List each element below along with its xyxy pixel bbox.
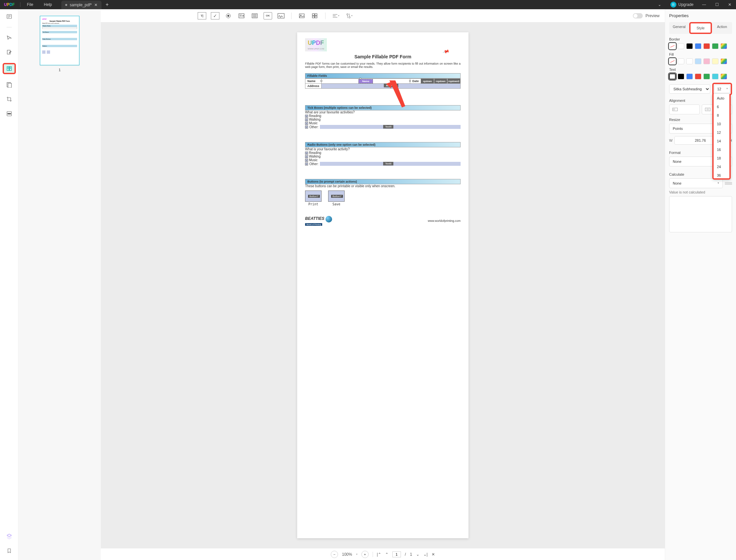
swatch-multi[interactable] xyxy=(721,74,727,79)
address-field-label[interactable]: Address xyxy=(384,84,398,87)
text6-field[interactable]: Text6 xyxy=(383,162,393,165)
next-page-button[interactable]: ⌄ xyxy=(416,552,419,557)
size-option[interactable]: 16 xyxy=(714,145,729,154)
font-select[interactable]: Sitka Subheading Semibold xyxy=(669,84,710,94)
size-option[interactable]: 14 xyxy=(714,137,729,145)
upgrade-button[interactable]: R Upgrade xyxy=(666,2,697,8)
zoom-value[interactable]: 100% xyxy=(342,552,352,557)
preview-toggle[interactable] xyxy=(633,13,643,18)
size-option[interactable]: 6 xyxy=(714,103,729,111)
align-left-button[interactable] xyxy=(669,104,700,114)
checkbox-tool-icon[interactable]: ✓ xyxy=(211,12,220,19)
swatch-lyellow[interactable] xyxy=(712,58,719,64)
image-tool-icon[interactable] xyxy=(298,12,306,19)
size-option[interactable]: 36 xyxy=(714,171,729,180)
swatch-red[interactable] xyxy=(703,43,710,49)
redact-tool-icon[interactable] xyxy=(5,110,13,118)
swatch-green[interactable] xyxy=(712,43,719,49)
swatch-lblue[interactable] xyxy=(695,58,701,64)
calculate-select[interactable]: None xyxy=(669,178,723,188)
organize-tool-icon[interactable] xyxy=(5,81,13,89)
edit-tool-icon[interactable] xyxy=(5,48,13,56)
bookmark-icon[interactable] xyxy=(5,547,13,555)
swatch-white2[interactable] xyxy=(686,58,693,64)
radio[interactable]: x xyxy=(305,152,308,155)
canvas-viewport[interactable]: UPDF WWW.UPDF.COM 📌 Sample Fillable PDF … xyxy=(101,22,665,548)
checkbox[interactable]: x xyxy=(305,126,308,129)
swatch-white[interactable] xyxy=(678,43,684,49)
text5-field[interactable]: Text5 xyxy=(383,125,393,129)
swatch-multi[interactable] xyxy=(721,43,727,49)
size-option[interactable]: Auto xyxy=(714,94,729,103)
first-page-button[interactable]: |⌃ xyxy=(377,552,381,557)
layers-icon[interactable] xyxy=(5,532,13,540)
listbox-tool-icon[interactable] xyxy=(250,12,259,19)
close-window-button[interactable]: ✕ xyxy=(723,0,736,9)
size-option[interactable]: 10 xyxy=(714,120,729,128)
align-tool-icon[interactable]: ▾ xyxy=(332,12,340,19)
size-option[interactable]: 18 xyxy=(714,154,729,162)
swatch-black[interactable] xyxy=(678,74,684,79)
size-option[interactable]: 12 xyxy=(714,128,729,137)
swatch-cyan[interactable] xyxy=(712,74,719,79)
settings-icon[interactable] xyxy=(725,180,732,186)
dropdown-field[interactable]: ropdown xyxy=(434,79,447,83)
calc-textarea[interactable] xyxy=(669,196,732,232)
form-tool-icon[interactable] xyxy=(3,63,16,74)
close-icon[interactable]: ✕ xyxy=(94,3,98,7)
checkbox[interactable]: x xyxy=(305,118,308,121)
tab-action[interactable]: Action xyxy=(712,22,732,34)
button-tool-icon[interactable]: OK xyxy=(264,12,272,19)
size-option[interactable]: 8 xyxy=(714,111,729,120)
dropdown-tool-icon[interactable] xyxy=(237,12,246,19)
document-tab[interactable]: sample_pdf* ✕ xyxy=(61,1,102,9)
tab-style[interactable]: Style xyxy=(689,22,712,34)
menu-file[interactable]: File xyxy=(22,2,39,7)
swatch-black[interactable] xyxy=(686,43,693,49)
add-tab-button[interactable]: + xyxy=(105,2,108,8)
name-field[interactable]: Name xyxy=(359,79,373,83)
swatch-blue[interactable] xyxy=(695,43,701,49)
swatch-green[interactable] xyxy=(703,74,710,79)
zoom-in-button[interactable]: + xyxy=(362,551,368,558)
signature-tool-icon[interactable] xyxy=(277,12,285,19)
radio[interactable]: x xyxy=(305,159,308,162)
swatch-multi[interactable] xyxy=(721,58,727,64)
dropdown-field[interactable]: opdown xyxy=(421,79,434,83)
checkbox[interactable]: x xyxy=(305,122,308,125)
text-field-tool-icon[interactable]: T| xyxy=(198,12,206,19)
swatch-none[interactable] xyxy=(669,58,676,64)
swatch-white[interactable] xyxy=(678,58,684,64)
zoom-out-button[interactable]: − xyxy=(331,551,338,558)
checkbox[interactable]: x xyxy=(305,115,308,118)
chevron-down-icon[interactable]: ⌄ xyxy=(653,2,666,7)
swatch-red[interactable] xyxy=(695,74,701,79)
crop-tool-icon[interactable] xyxy=(5,95,13,103)
swatch-lpink[interactable] xyxy=(703,58,710,64)
tools-tool-icon[interactable]: ▾ xyxy=(345,12,353,19)
swatch-black-outline[interactable] xyxy=(669,74,676,79)
dropdown-field[interactable]: ropdown3 xyxy=(447,79,460,83)
prev-page-button[interactable]: ⌃ xyxy=(385,552,388,557)
reader-tool-icon[interactable] xyxy=(5,13,13,20)
chevron-down-icon[interactable]: ▾ xyxy=(356,553,358,556)
maximize-button[interactable]: ☐ xyxy=(711,0,723,9)
button-field[interactable]: Button7 xyxy=(305,191,322,202)
minimize-button[interactable]: — xyxy=(697,0,711,9)
last-page-button[interactable]: ⌄| xyxy=(423,552,427,557)
radio[interactable]: x xyxy=(305,162,308,165)
pdf-page[interactable]: UPDF WWW.UPDF.COM 📌 Sample Fillable PDF … xyxy=(297,32,468,538)
page-thumbnail[interactable]: UPDF Sample Fillable PDF Form Fillable P… xyxy=(40,16,79,65)
date-tool-icon[interactable] xyxy=(311,12,319,19)
radio[interactable]: x xyxy=(305,155,308,158)
swatch-none[interactable] xyxy=(669,43,676,49)
size-option[interactable]: 24 xyxy=(714,162,729,171)
comment-tool-icon[interactable] xyxy=(5,34,13,42)
menu-help[interactable]: Help xyxy=(39,2,57,7)
button-field[interactable]: Button7 xyxy=(328,191,345,202)
swatch-blue[interactable] xyxy=(686,74,693,79)
close-nav-button[interactable]: ✕ xyxy=(431,552,435,557)
page-current-input[interactable] xyxy=(392,551,401,557)
radio-tool-icon[interactable] xyxy=(224,12,233,19)
tab-general[interactable]: General xyxy=(669,22,689,34)
